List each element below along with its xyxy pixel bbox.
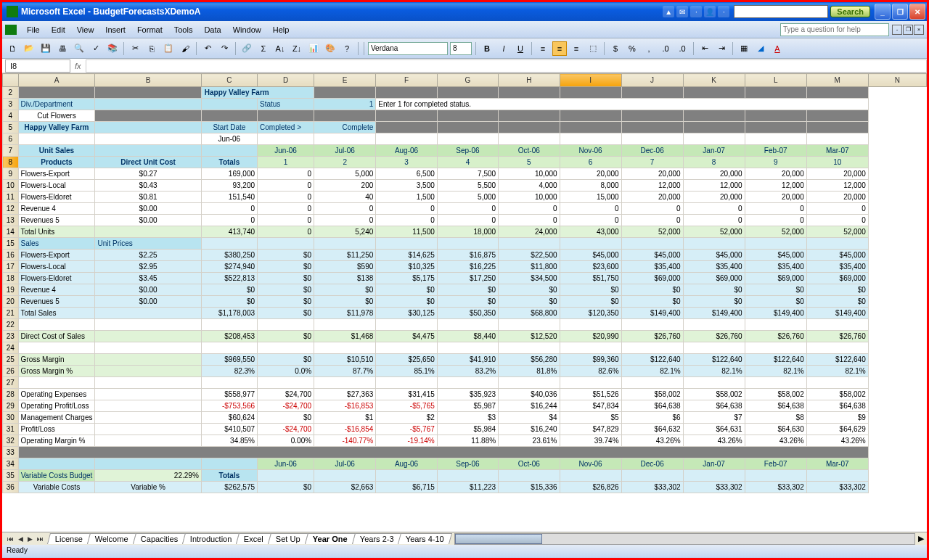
cell[interactable]: Revenue 4	[18, 203, 95, 215]
cell[interactable]	[376, 377, 438, 389]
cell[interactable]	[499, 238, 560, 250]
cell[interactable]	[95, 389, 201, 400]
cell[interactable]: Mar-07	[806, 458, 868, 470]
cell[interactable]: Nov-06	[560, 145, 621, 157]
cell[interactable]	[745, 122, 806, 133]
cell[interactable]: $122,640	[621, 354, 683, 366]
cell[interactable]: 81.8%	[499, 366, 560, 377]
cell[interactable]	[95, 133, 201, 145]
inc-decimal-icon[interactable]: .0	[658, 41, 673, 56]
col-header[interactable]: G	[437, 74, 498, 87]
cell[interactable]: $0	[258, 331, 314, 342]
menu-insert[interactable]: Insert	[99, 23, 131, 36]
cell[interactable]: 5,000	[437, 192, 498, 203]
cell[interactable]: $0	[683, 296, 745, 308]
print-icon[interactable]: 🖶	[55, 41, 70, 56]
cell[interactable]: 52,000	[621, 226, 683, 238]
cell[interactable]	[499, 122, 560, 133]
cell[interactable]: 0	[560, 215, 621, 226]
cell[interactable]: 39.74%	[560, 435, 621, 447]
cell[interactable]	[95, 308, 201, 319]
cell[interactable]: 5,240	[314, 226, 376, 238]
cell[interactable]: Products	[18, 157, 95, 168]
cell[interactable]: $64,630	[745, 424, 806, 435]
cell[interactable]: $0	[258, 308, 314, 319]
cell[interactable]: Revenues 5	[18, 296, 95, 308]
sheet-tab[interactable]: Capacities	[133, 533, 186, 544]
cell[interactable]	[745, 470, 806, 482]
cell[interactable]	[560, 133, 621, 145]
sheet-tab[interactable]: Year One	[305, 533, 356, 544]
cell[interactable]: $40,036	[499, 389, 560, 400]
cell[interactable]: Totals	[201, 157, 257, 168]
cell[interactable]: 82.6%	[560, 366, 621, 377]
sort-desc-icon[interactable]: Z↓	[290, 41, 304, 56]
cell[interactable]: $0.81	[95, 192, 201, 203]
cell[interactable]: $16,875	[437, 250, 498, 261]
cell[interactable]: $0	[560, 296, 621, 308]
currency-icon[interactable]: $	[608, 41, 623, 56]
size-select[interactable]	[450, 42, 472, 55]
formula-bar[interactable]	[86, 59, 927, 73]
cell[interactable]	[560, 122, 621, 133]
cell[interactable]: 1	[314, 99, 376, 110]
cell[interactable]: $69,000	[806, 273, 868, 284]
cell[interactable]	[806, 110, 868, 122]
cell[interactable]	[745, 319, 806, 331]
col-header[interactable]: F	[376, 74, 438, 87]
cell[interactable]	[314, 87, 376, 99]
cell[interactable]	[806, 238, 868, 250]
cell[interactable]: Completed >	[258, 122, 314, 133]
format-painter-icon[interactable]: 🖌	[178, 41, 192, 56]
drawing-icon[interactable]: 🎨	[323, 41, 337, 56]
cell[interactable]	[499, 342, 560, 354]
spreadsheet-grid[interactable]: ABCDEFGHIJKLMN2Happy Valley Farm3Div./De…	[2, 73, 927, 532]
row-header[interactable]: 20	[3, 296, 19, 308]
row-header[interactable]: 12	[3, 203, 19, 215]
cell[interactable]	[18, 377, 95, 389]
cell[interactable]	[95, 99, 201, 110]
cell[interactable]: 43.26%	[621, 435, 683, 447]
cell[interactable]	[95, 145, 201, 157]
cell[interactable]: 8	[683, 157, 745, 168]
sheet-tab[interactable]: License	[47, 533, 91, 544]
cell[interactable]: Flowers-Eldoret	[18, 192, 95, 203]
menu-format[interactable]: Format	[131, 23, 168, 36]
sheet-tab[interactable]: Introduction	[182, 533, 240, 544]
tray-icon[interactable]: ▲	[663, 6, 674, 17]
cell[interactable]: $69,000	[745, 273, 806, 284]
cell[interactable]: Jun-06	[201, 133, 257, 145]
cell[interactable]	[437, 122, 498, 133]
row-header[interactable]: 15	[3, 238, 19, 250]
cell[interactable]: 0	[258, 192, 314, 203]
row-header[interactable]: 31	[3, 424, 19, 435]
cell[interactable]: 0	[806, 203, 868, 215]
preview-icon[interactable]: 🔍	[72, 41, 86, 56]
new-icon[interactable]: 🗋	[5, 41, 20, 56]
cell[interactable]: 0	[621, 215, 683, 226]
cell[interactable]: $122,640	[683, 354, 745, 366]
cell[interactable]	[314, 238, 376, 250]
cell[interactable]: 82.1%	[683, 366, 745, 377]
cell[interactable]: 82.3%	[201, 366, 257, 377]
cell[interactable]	[95, 400, 201, 412]
cell[interactable]: $60,624	[201, 412, 257, 424]
cell[interactable]: 12,000	[621, 180, 683, 192]
cell[interactable]: -$5,767	[376, 424, 438, 435]
cell[interactable]: 20,000	[621, 192, 683, 203]
cell[interactable]: 11,500	[376, 226, 438, 238]
cell[interactable]	[18, 458, 95, 470]
cell[interactable]	[745, 87, 806, 99]
cell[interactable]: $1,468	[314, 331, 376, 342]
cell[interactable]	[499, 87, 560, 99]
font-select[interactable]	[368, 42, 448, 55]
cell[interactable]: Status	[258, 99, 314, 110]
cell[interactable]: $51,750	[560, 273, 621, 284]
cell[interactable]	[258, 342, 314, 354]
cell[interactable]	[560, 110, 621, 122]
cell[interactable]: $10,510	[314, 354, 376, 366]
col-header[interactable]: N	[868, 74, 926, 87]
doc-restore[interactable]: ❐	[903, 25, 913, 35]
cell[interactable]	[376, 133, 438, 145]
cell[interactable]: $0	[258, 284, 314, 296]
